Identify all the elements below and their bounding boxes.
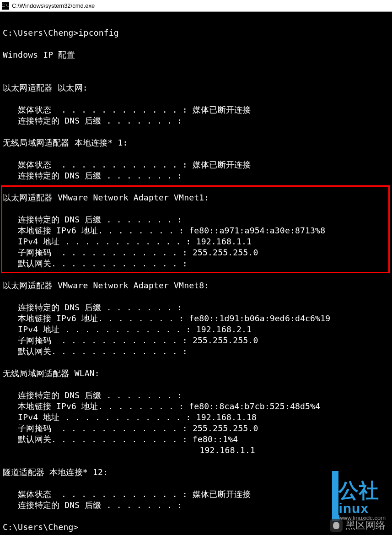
cmd-icon: C:\. — [2, 2, 9, 10]
watermark-linuxidc: 公社 inux www.linuxidc.com — [332, 471, 386, 521]
mushroom-icon — [330, 519, 343, 532]
window-title: C:\Windows\system32\cmd.exe — [12, 2, 95, 9]
cmd-icon-text: C:\. — [1, 4, 10, 8]
window-titlebar[interactable]: C:\. C:\Windows\system32\cmd.exe — [0, 0, 392, 12]
watermark-heiqu-text: 黑区网络 — [345, 519, 386, 532]
watermark-big-text: 公社 — [338, 481, 379, 501]
terminal-output[interactable]: C:\Users\Cheng>ipconfig Windows IP 配置 以太… — [0, 12, 392, 535]
watermark-inux: inux — [338, 501, 369, 516]
watermark-heiqu: 黑区网络 — [330, 519, 386, 532]
